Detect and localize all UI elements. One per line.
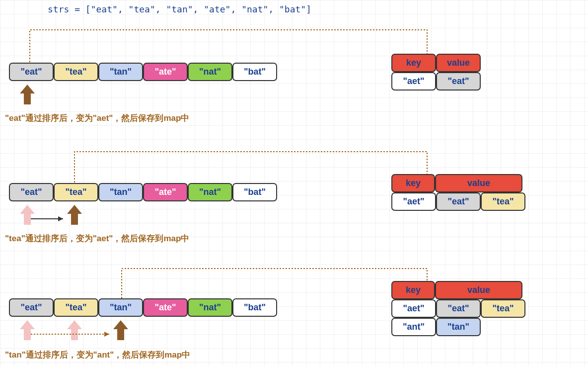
arr-cell: "ate" — [143, 63, 188, 81]
map-key: "aet" — [391, 299, 436, 318]
svg-marker-3 — [20, 85, 35, 104]
map-header-key: key — [391, 54, 436, 72]
map-key: "aet" — [391, 72, 436, 91]
map-key: "aet" — [391, 192, 436, 211]
arr-cell: "nat" — [188, 183, 232, 201]
arr-cell: "tea" — [54, 63, 98, 81]
step2-caption: "tea"通过排序后，变为"aet"，然后保存到map中 — [5, 233, 189, 244]
arr-cell: "tan" — [98, 63, 143, 81]
arr-cell: "ate" — [143, 298, 188, 317]
arr-cell: "tea" — [54, 183, 98, 201]
map-header-value: value — [435, 281, 522, 299]
map-table-1: key value "aet" "eat" — [391, 54, 481, 91]
map-value: "eat" — [436, 299, 481, 318]
arr-cell: "eat" — [9, 63, 54, 81]
map-table-2: key value "aet" "eat" "tea" — [391, 174, 525, 211]
array-row-1: "eat" "tea" "tan" "ate" "nat" "bat" — [9, 63, 277, 81]
map-value: "tan" — [436, 318, 481, 336]
map-value: "tea" — [481, 192, 525, 211]
svg-marker-7 — [58, 216, 63, 221]
arr-cell: "bat" — [232, 183, 277, 201]
arr-cell: "tan" — [98, 298, 143, 317]
arr-cell: "eat" — [9, 183, 54, 201]
svg-marker-12 — [104, 332, 109, 337]
move-arrow-2 — [31, 214, 180, 288]
map-value: "eat" — [436, 72, 481, 91]
map-header-key: key — [391, 281, 435, 299]
arr-cell: "bat" — [232, 63, 277, 81]
map-value: "tea" — [481, 299, 525, 318]
arr-cell: "tan" — [98, 183, 143, 201]
arr-cell: "nat" — [188, 298, 232, 317]
array-row-3: "eat" "tea" "tan" "ate" "nat" "bat" — [9, 298, 277, 317]
arr-cell: "tea" — [54, 298, 98, 317]
map-header-value: value — [436, 54, 481, 72]
map-value: "eat" — [436, 192, 481, 211]
map-header-value: value — [435, 174, 522, 192]
array-row-2: "eat" "tea" "tan" "ate" "nat" "bat" — [9, 183, 277, 201]
step1-caption: "eat"通过排序后，变为"aet"，然后保存到map中 — [5, 112, 189, 124]
arr-cell: "bat" — [232, 298, 277, 317]
map-header-key: key — [391, 174, 435, 192]
arr-cell: "eat" — [9, 298, 54, 317]
arr-cell: "ate" — [143, 183, 188, 201]
arr-cell: "nat" — [188, 63, 232, 81]
map-key: "ant" — [391, 318, 436, 336]
step3-caption: "tan"通过排序后，变为"ant"，然后保存到map中 — [5, 349, 190, 361]
map-table-3: key value "aet" "eat" "tea" "ant" "tan" — [391, 281, 525, 336]
